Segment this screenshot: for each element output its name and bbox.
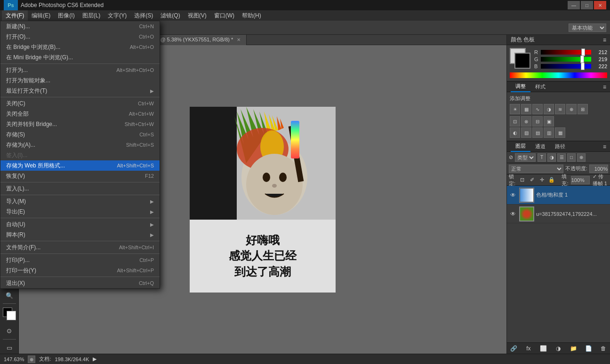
menu-closebridge[interactable]: 关闭并转到 Bridge... Shift+Ctrl+W — [0, 119, 160, 129]
menu-exit[interactable]: 退出(X) Ctrl+Q — [0, 278, 160, 288]
restore-button[interactable]: □ — [581, 1, 593, 9]
close-button[interactable]: ✕ — [594, 1, 606, 9]
layer-adjust-btn[interactable]: ◑ — [554, 344, 563, 353]
menu-save[interactable]: 存储(S) Ctrl+S — [0, 129, 160, 140]
menu-import[interactable]: 导入(M) ▶ — [0, 196, 160, 206]
layer-mask-btn[interactable]: ⬜ — [539, 344, 548, 353]
color-spectrum[interactable] — [510, 72, 607, 78]
layer-type-select[interactable]: 类型 — [515, 153, 536, 162]
adjust-channelmixer[interactable]: ⊟ — [532, 116, 543, 127]
adjust-panel-menu[interactable]: ≡ — [603, 84, 606, 90]
adjust-exposure[interactable]: ◑ — [544, 104, 554, 114]
adjust-threshold[interactable]: ▤ — [532, 127, 543, 138]
menu-closeall[interactable]: 关闭全部 Alt+Ctrl+W — [0, 109, 160, 119]
menu-place[interactable]: 置入(L)... — [0, 183, 160, 194]
status-arrow[interactable]: ▶ — [93, 356, 96, 362]
filter-adjust[interactable]: ◑ — [547, 153, 556, 162]
layer-item-saturation[interactable]: 👁 色相/饱和度 1 — [507, 186, 610, 205]
menu-item-layer[interactable]: 图层(L) — [79, 10, 104, 21]
tool-screen-mode[interactable]: ▭ — [2, 341, 17, 354]
minimize-button[interactable]: — — [568, 1, 580, 9]
layer-group-btn[interactable]: 📁 — [569, 344, 578, 353]
tab-style[interactable]: 样式 — [530, 82, 550, 92]
adjust-posterize[interactable]: ▧ — [521, 127, 531, 138]
menu-automate[interactable]: 自动(U) ▶ — [0, 219, 160, 229]
menu-new-shortcut: Ctrl+N — [139, 24, 154, 29]
tab-channels[interactable]: 通道 — [530, 142, 550, 152]
menu-printone[interactable]: 打印一份(Y) Alt+Shift+Ctrl+P — [0, 265, 160, 276]
filter-smart[interactable]: ⊕ — [577, 153, 586, 162]
adjust-photofilter[interactable]: ⊗ — [521, 116, 531, 127]
adjust-levels[interactable]: ▦ — [521, 104, 531, 114]
layers-panel-menu[interactable]: ≡ — [603, 143, 606, 150]
menu-saveweb[interactable]: 存储为 Web 所用格式... Alt+Shift+Ctrl+S — [0, 160, 160, 171]
menu-open[interactable]: 打开(O)... Ctrl+O — [0, 32, 160, 42]
layer-new-btn[interactable]: 📄 — [584, 344, 593, 353]
filter-text[interactable]: ☰ — [557, 153, 566, 162]
adjust-vibrance[interactable]: ≋ — [555, 104, 565, 114]
adjust-curves[interactable]: ∿ — [532, 104, 543, 114]
adjust-colorbalance[interactable]: ⊞ — [578, 104, 588, 114]
menu-close[interactable]: 关闭(C) Ctrl+W — [0, 98, 160, 109]
menu-fileinfo[interactable]: 文件简介(F)... Alt+Shift+Ctrl+I — [0, 242, 160, 253]
menu-print[interactable]: 打印(P)... Ctrl+P — [0, 255, 160, 265]
fill-input[interactable] — [571, 176, 590, 184]
menu-item-view[interactable]: 视图(V) — [184, 10, 210, 21]
menu-item-text[interactable]: 文字(Y) — [104, 10, 130, 21]
menu-scripts[interactable]: 脚本(R) ▶ — [0, 229, 160, 240]
titlebar-title: Adobe Photoshop CS6 Extended — [21, 2, 104, 8]
layer-link-btn[interactable]: 🔗 — [509, 344, 518, 353]
lock-paint[interactable]: ✐ — [528, 176, 536, 184]
adjust-gradient-map[interactable]: ▥ — [544, 127, 554, 138]
menu-item-help[interactable]: 帮助(H) — [238, 10, 265, 21]
layer-fx-btn[interactable]: fx — [524, 344, 533, 353]
b-slider-thumb[interactable] — [581, 63, 585, 70]
lock-all[interactable]: 🔒 — [547, 176, 556, 184]
adjust-selective-color[interactable]: ▦ — [555, 127, 565, 138]
g-slider-thumb[interactable] — [580, 55, 584, 63]
menu-item-window[interactable]: 窗口(W) — [210, 10, 238, 21]
menu-item-file[interactable]: 文件(F) — [2, 10, 28, 21]
adjust-brightness[interactable]: ☀ — [510, 104, 520, 114]
adjust-hue[interactable]: ⊕ — [566, 104, 577, 114]
menu-new[interactable]: 新建(N)... Ctrl+N — [0, 21, 160, 32]
layer-delete-btn[interactable]: 🗑 — [599, 344, 608, 353]
menu-export[interactable]: 导出(E) ▶ — [0, 206, 160, 217]
blend-mode-select[interactable]: 正常 — [509, 165, 563, 173]
adjust-blackwhite[interactable]: ⊡ — [510, 116, 520, 127]
menu-bridge[interactable]: 在 Bridge 中浏览(B)... Alt+Ctrl+O — [0, 42, 160, 52]
layer-item-image[interactable]: 👁 u=3817592474,1792224... — [507, 205, 610, 223]
tab-template-close[interactable]: ✕ — [236, 37, 241, 43]
background-swatch[interactable] — [514, 53, 530, 69]
background-color[interactable] — [7, 311, 16, 320]
menu-revert[interactable]: 恢复(V) F12 — [0, 171, 160, 181]
tab-layers[interactable]: 图层 — [511, 142, 530, 152]
tool-zoom[interactable]: 🔍 — [2, 289, 17, 301]
workspace-select[interactable]: 基本功能 — [569, 24, 606, 32]
menu-recent[interactable]: 最近打开文件(T) ▶ — [0, 86, 160, 96]
menu-openas[interactable]: 打开为... Alt+Shift+Ctrl+O — [0, 65, 160, 75]
menu-item-filter[interactable]: 滤镜(Q) — [157, 10, 184, 21]
tool-quickmask[interactable]: ⊙ — [2, 325, 17, 337]
filter-pixel[interactable]: T — [538, 153, 546, 162]
lock-position[interactable]: ✛ — [538, 176, 546, 184]
layer-visibility-2[interactable]: 👁 — [509, 210, 517, 218]
menu-smartobj[interactable]: 打开为智能对象... — [0, 75, 160, 86]
tab-paths[interactable]: 路径 — [550, 142, 570, 152]
menu-saveas[interactable]: 存储为(A)... Shift+Ctrl+S — [0, 140, 160, 150]
menu-item-image[interactable]: 图像(I) — [54, 10, 78, 21]
menu-minibridge[interactable]: 在 Mini Bridge 中浏览(G)... — [0, 52, 160, 63]
menu-item-select[interactable]: 选择(S) — [130, 10, 157, 21]
menu-item-edit[interactable]: 编辑(E) — [28, 10, 54, 21]
opacity-input[interactable] — [589, 165, 608, 173]
lock-pixels[interactable]: ⊡ — [518, 176, 526, 184]
layer-visibility-1[interactable]: 👁 — [509, 191, 517, 199]
filter-shape[interactable]: □ — [567, 153, 576, 162]
tab-adjust[interactable]: 调整 — [511, 82, 530, 92]
color-panel-menu[interactable]: ≡ — [603, 37, 606, 43]
adjust-invert[interactable]: ◐ — [510, 127, 520, 138]
menu-closeall-label: 关闭全部 — [6, 110, 29, 118]
r-label: R — [534, 49, 539, 55]
adjust-colorlookup[interactable]: ▣ — [544, 116, 554, 127]
r-slider-thumb[interactable] — [581, 48, 585, 56]
